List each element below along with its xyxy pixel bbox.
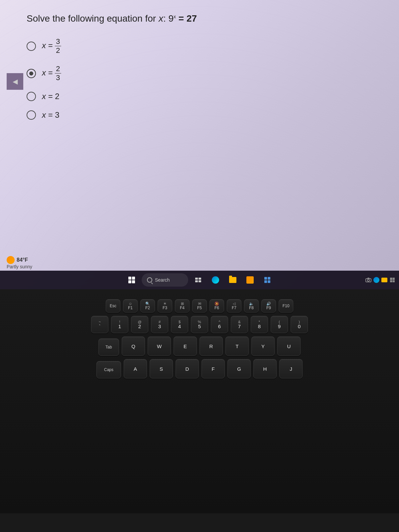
key-5[interactable]: % 5	[191, 316, 208, 333]
key-s[interactable]: S	[150, 359, 173, 378]
key-caps[interactable]: Caps	[96, 361, 121, 378]
weather-description: Partly sunny	[7, 264, 32, 269]
taskbar: Search	[0, 271, 399, 289]
key-d[interactable]: D	[176, 359, 199, 378]
start-button[interactable]	[124, 273, 139, 287]
folder-icon	[229, 277, 236, 283]
key-r[interactable]: R	[200, 336, 223, 356]
option-2[interactable]: x = 23	[27, 65, 372, 82]
key-3[interactable]: # 3	[151, 316, 168, 333]
question-title: Solve the following equation for x: 9x =…	[27, 13, 372, 24]
option-3-label: x = 2	[42, 92, 60, 101]
key-j[interactable]: J	[279, 359, 303, 378]
key-2[interactable]: @ 2	[131, 316, 148, 333]
back-arrow-button[interactable]	[7, 73, 23, 90]
radio-option-4[interactable]	[27, 110, 36, 120]
option-1-label: x = 32	[42, 37, 61, 55]
key-q[interactable]: Q	[122, 336, 145, 356]
edge-icon	[212, 276, 219, 284]
key-f[interactable]: F	[201, 359, 225, 378]
photos-button[interactable]	[243, 273, 257, 287]
key-y[interactable]: Y	[251, 336, 275, 356]
file-explorer-button[interactable]	[225, 273, 240, 287]
screen-wrapper: Solve the following equation for x: 9x =…	[0, 0, 399, 289]
key-4[interactable]: $ 4	[171, 316, 188, 333]
weather-temperature: 84°F	[7, 256, 32, 264]
weather-widget: 84°F Partly sunny	[7, 256, 32, 269]
key-1[interactable]: ! 1	[111, 316, 128, 333]
photos-icon	[246, 276, 254, 284]
key-e[interactable]: E	[174, 336, 197, 356]
search-icon	[147, 277, 152, 283]
options-list: x = 32 x = 23 x = 2	[27, 37, 372, 120]
key-t[interactable]: T	[225, 336, 249, 356]
option-1[interactable]: x = 32	[27, 37, 372, 55]
camera-tray-icon[interactable]	[365, 277, 372, 283]
option-2-label: x = 23	[42, 65, 61, 82]
browser-tray-icon[interactable]	[373, 277, 380, 283]
search-label: Search	[155, 277, 170, 283]
key-f5[interactable]: ✉ F5	[192, 299, 207, 313]
key-f4[interactable]: ⊞ F4	[175, 299, 190, 313]
key-7[interactable]: & 7	[231, 316, 248, 333]
key-f10[interactable]: F10	[279, 299, 293, 313]
grid-app-button[interactable]	[260, 273, 275, 287]
option-3[interactable]: x = 2	[27, 92, 372, 101]
key-tab[interactable]: Tab	[98, 338, 119, 356]
keyboard-row-asdf: Caps A S D F G H J	[96, 359, 303, 378]
folder-tray-icon[interactable]	[381, 277, 388, 283]
key-w[interactable]: W	[148, 336, 171, 356]
key-6[interactable]: ^ 6	[211, 316, 228, 333]
key-f3[interactable]: ☀ F3	[158, 299, 172, 313]
key-8[interactable]: * 8	[251, 316, 268, 333]
grid-app-icon	[264, 277, 270, 283]
key-u[interactable]: U	[277, 336, 301, 356]
weather-icon	[7, 256, 15, 264]
radio-option-1[interactable]	[27, 42, 36, 51]
key-9[interactable]: ( 9	[271, 316, 288, 333]
key-f6[interactable]: 🔕 F6	[209, 299, 224, 313]
key-f1[interactable]: ☺ F1	[123, 299, 138, 313]
keyboard-row-numbers: ~ ` ! 1 @ 2 # 3 $ 4 % 5 ^ 6 & 7	[91, 316, 308, 333]
svg-point-1	[367, 279, 369, 281]
keyboard-row-fn: Esc ☺ F1 🔍 F2 ☀ F3 ⊞ F4 ✉ F5 🔕 F6 ◁ F7	[106, 299, 293, 313]
search-button[interactable]: Search	[142, 273, 188, 287]
screen: Solve the following equation for x: 9x =…	[0, 0, 399, 289]
apps-tray-icon[interactable]	[389, 277, 396, 283]
system-tray	[365, 277, 396, 283]
key-esc[interactable]: Esc	[106, 299, 120, 313]
radio-option-3[interactable]	[27, 92, 36, 101]
keyboard-area: Esc ☺ F1 🔍 F2 ☀ F3 ⊞ F4 ✉ F5 🔕 F6 ◁ F7	[0, 289, 399, 513]
task-view-icon	[195, 278, 201, 282]
key-a[interactable]: A	[124, 359, 147, 378]
edge-button[interactable]	[208, 273, 223, 287]
key-backquote[interactable]: ~ `	[91, 316, 108, 333]
option-4-label: x = 3	[42, 110, 60, 120]
key-f7[interactable]: ◁ F7	[227, 299, 241, 313]
key-f8[interactable]: 🔈 F8	[244, 299, 259, 313]
quiz-content: Solve the following equation for x: 9x =…	[0, 0, 399, 133]
radio-option-2[interactable]	[27, 69, 36, 78]
key-0[interactable]: ) 0	[291, 316, 308, 333]
key-f9[interactable]: 🔊 F9	[261, 299, 276, 313]
keyboard-row-qwerty: Tab Q W E R T Y U	[98, 336, 301, 356]
key-h[interactable]: H	[253, 359, 277, 378]
key-f2[interactable]: 🔍 F2	[140, 299, 155, 313]
task-view-button[interactable]	[191, 273, 205, 287]
key-g[interactable]: G	[227, 359, 251, 378]
windows-logo-icon	[128, 277, 135, 283]
option-4[interactable]: x = 3	[27, 110, 372, 120]
